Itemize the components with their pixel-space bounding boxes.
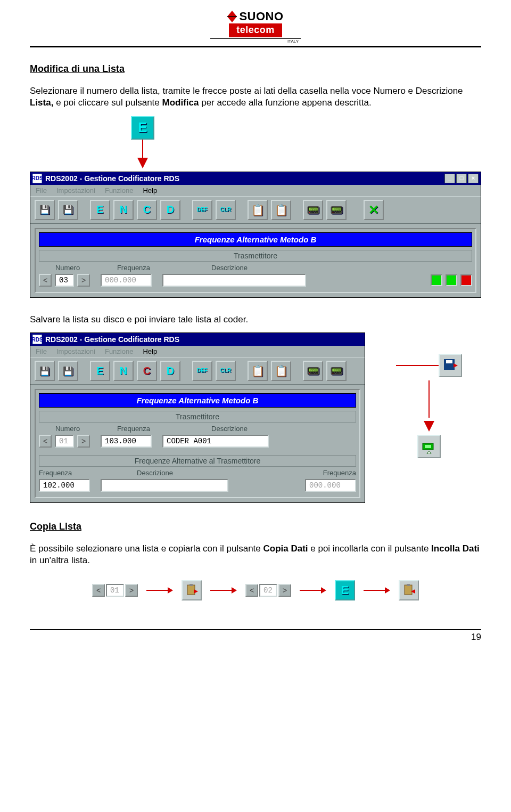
maximize-button[interactable]: □ xyxy=(456,174,467,183)
paragraph-mid: Salvare la lista su disco e poi inviare … xyxy=(30,314,481,326)
menu-funzione[interactable]: Funzione xyxy=(105,186,133,194)
menu-help[interactable]: Help xyxy=(143,186,157,194)
svg-marker-8 xyxy=(427,451,431,454)
paragraph-1: Selezionare il numero della lista, trami… xyxy=(30,85,481,109)
toolbar-paste-icon[interactable]: 📋 xyxy=(271,361,291,381)
panel-title: Frequenze Alternative Metodo B xyxy=(39,232,472,247)
frequenza-a-field[interactable]: 102.000 xyxy=(39,479,90,492)
toolbar-send-icon[interactable]: 📟 xyxy=(303,361,323,381)
label-descrizione: Descrizione xyxy=(171,264,288,272)
toolbar-c-button[interactable]: C xyxy=(137,200,157,220)
menu-file[interactable]: File xyxy=(36,347,47,355)
toolbar-e-button[interactable]: E xyxy=(90,200,110,220)
label-frequenza-b: Frequenza xyxy=(303,469,356,477)
spin-prev-button[interactable]: < xyxy=(245,584,258,597)
e-button[interactable]: E xyxy=(335,580,355,600)
panel-frequenze: Frequenze Alternative Metodo B Trasmetti… xyxy=(35,389,360,498)
footer-rule xyxy=(30,629,481,630)
numero-field[interactable]: 03 xyxy=(55,274,74,287)
toolbar-save2-icon[interactable]: 💾 xyxy=(58,200,78,220)
spin-prev-button[interactable]: < xyxy=(92,584,105,597)
toolbar-def-button[interactable]: DEF xyxy=(192,361,212,381)
minimize-button[interactable]: _ xyxy=(444,174,455,183)
svg-marker-10 xyxy=(168,587,173,594)
frequenza-field[interactable]: 000.000 xyxy=(101,274,152,287)
panel-title: Frequenze Alternative Metodo B xyxy=(39,393,356,408)
svg-marker-17 xyxy=(321,587,326,594)
toolbar-c-button[interactable]: C xyxy=(137,361,157,381)
titlebar: RDS RDS2002 - Gestione Codificatore RDS … xyxy=(30,172,481,185)
paragraph-copia: È possibile selezionare una lista e copi… xyxy=(30,543,481,566)
descrizione-a-field[interactable] xyxy=(101,479,228,492)
close-button[interactable]: × xyxy=(468,174,479,183)
numero-prev-button[interactable]: < xyxy=(39,435,52,448)
arrow-down-icon xyxy=(137,158,148,168)
menu-bar: File Impostazioni Funzione Help xyxy=(30,346,365,357)
numero-next-button[interactable]: > xyxy=(77,274,90,287)
numero-prev-button[interactable]: < xyxy=(39,274,52,287)
spin-next-button[interactable]: > xyxy=(125,584,138,597)
label-numero: Numero xyxy=(39,425,96,433)
header-rule xyxy=(30,46,481,47)
toolbar-clr-button[interactable]: CLR xyxy=(216,361,236,381)
toolbar-d-button[interactable]: D xyxy=(160,361,180,381)
toolbar-confirm-icon[interactable]: ✕ xyxy=(364,200,384,220)
panel-subtitle-2: Frequenze Alternative al Trasmettitore xyxy=(39,455,356,467)
toolbar-d-button[interactable]: D xyxy=(160,200,180,220)
window-title: RDS2002 - Gestione Codificatore RDS xyxy=(45,335,179,344)
arrow-line-icon xyxy=(396,365,439,366)
toolbar-copy-icon[interactable]: 📋 xyxy=(248,361,268,381)
toolbar-recv-icon[interactable]: 📟 xyxy=(326,361,347,381)
toolbar-clr-button[interactable]: CLR xyxy=(216,200,236,220)
toolbar-n-button[interactable]: N xyxy=(113,361,134,381)
toolbar-recv-icon[interactable]: 📟 xyxy=(326,200,347,220)
floppy-arrow-icon xyxy=(443,358,458,373)
label-descrizione: Descrizione xyxy=(171,425,288,433)
toolbar-copy-icon[interactable]: 📋 xyxy=(248,200,268,220)
spin-field-2[interactable]: 02 xyxy=(259,584,277,597)
numero-next-button[interactable]: > xyxy=(77,435,90,448)
spin-next-button[interactable]: > xyxy=(278,584,291,597)
copy-icon-button[interactable] xyxy=(182,580,202,600)
menu-impostazioni[interactable]: Impostazioni xyxy=(56,186,95,194)
window-2: RDS RDS2002 - Gestione Codificatore RDS … xyxy=(30,332,365,503)
menu-impostazioni[interactable]: Impostazioni xyxy=(56,347,95,355)
menu-file[interactable]: File xyxy=(36,186,47,194)
toolbar-def-button[interactable]: DEF xyxy=(192,200,212,220)
panel-subtitle: Trasmettitore xyxy=(39,411,356,423)
arrow-right-icon xyxy=(364,587,390,594)
svg-rect-11 xyxy=(187,585,195,595)
clipboard-copy-icon xyxy=(185,584,198,597)
logo-mark-icon xyxy=(227,11,237,22)
toolbar-paste-icon[interactable]: 📋 xyxy=(271,200,291,220)
label-frequenza-a: Frequenza xyxy=(39,469,96,477)
toolbar-save-to-disk-icon[interactable]: 💾 xyxy=(58,361,78,381)
toolbar-send-icon[interactable]: 📟 xyxy=(303,200,323,220)
toolbar-save-icon[interactable]: 💾 xyxy=(35,200,55,220)
svg-rect-7 xyxy=(425,445,431,448)
led-green-icon xyxy=(446,274,457,286)
frequenza-field[interactable]: 103.000 xyxy=(101,435,152,448)
paste-icon-button[interactable] xyxy=(399,580,419,600)
toolbar-save-icon[interactable]: 💾 xyxy=(35,361,55,381)
svg-rect-12 xyxy=(189,584,193,586)
descrizione-field[interactable] xyxy=(162,274,306,287)
app-icon: RDS xyxy=(32,335,42,344)
toolbar: 💾 💾 E N C D DEF CLR 📋 📋 📟 📟 xyxy=(30,357,365,385)
spin-field-1[interactable]: 01 xyxy=(106,584,124,597)
callout-send-coder xyxy=(417,435,441,458)
toolbar-e-button[interactable]: E xyxy=(90,361,110,381)
descrizione-field[interactable]: CODER A001 xyxy=(162,435,269,448)
frequenza-b-field[interactable]: 000.000 xyxy=(305,479,356,492)
section-title-modifica: Modifica di una Lista xyxy=(30,63,481,75)
callout-save-disk xyxy=(439,354,462,377)
panel-subtitle: Trasmettitore xyxy=(39,250,472,262)
page-number: 19 xyxy=(471,632,481,643)
menu-bar: File Impostazioni Funzione Help xyxy=(30,185,481,196)
svg-marker-13 xyxy=(194,589,198,594)
toolbar-n-button[interactable]: N xyxy=(113,200,134,220)
menu-help[interactable]: Help xyxy=(143,347,157,355)
menu-funzione[interactable]: Funzione xyxy=(105,347,133,355)
app-icon: RDS xyxy=(32,174,42,183)
numero-field[interactable]: 01 xyxy=(55,435,74,448)
